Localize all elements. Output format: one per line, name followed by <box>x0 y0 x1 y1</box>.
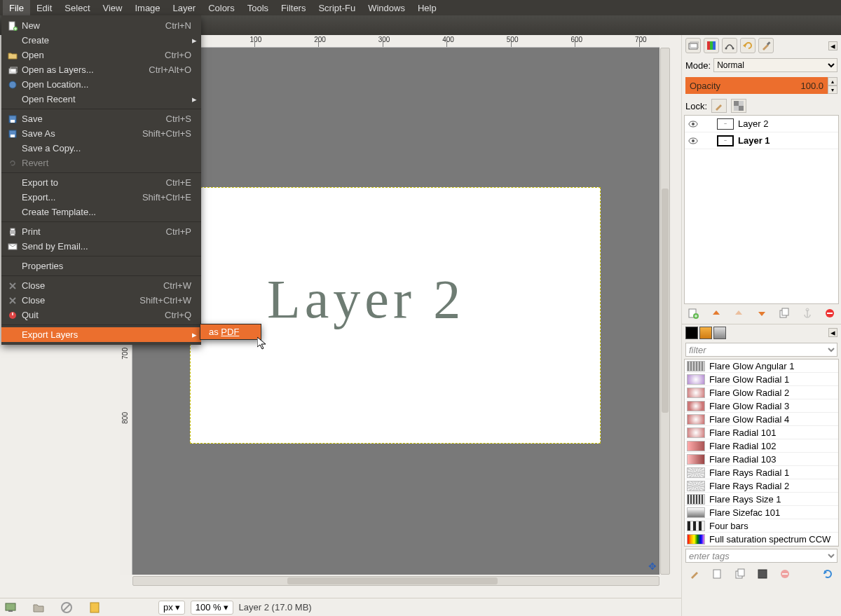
opacity-spinner[interactable]: ▴▾ <box>828 77 837 94</box>
menu-item-open[interactable]: OpenCtrl+O <box>1 48 201 62</box>
menu-item-close[interactable]: CloseCtrl+W <box>1 278 201 293</box>
gradient-item[interactable]: Flare Glow Angular 1 <box>685 360 838 373</box>
gradient-thumbnail <box>687 481 705 491</box>
menu-item-create-template-[interactable]: Create Template... <box>1 205 201 219</box>
copy-gradient-button[interactable] <box>756 568 769 580</box>
menu-colors[interactable]: Colors <box>202 0 241 15</box>
ruler-label: 800 <box>121 412 129 424</box>
menu-image[interactable]: Image <box>128 0 166 15</box>
menu-filters[interactable]: Filters <box>275 0 312 15</box>
menu-item-export-to[interactable]: Export toCtrl+E <box>1 175 201 190</box>
zoom-dropdown[interactable]: 100 % ▾ <box>191 601 233 615</box>
layer-item[interactable]: ~Layer 2 <box>685 116 838 132</box>
new-layer-button[interactable] <box>686 307 700 320</box>
gradient-name: Four bars <box>709 521 748 531</box>
horizontal-scrollbar[interactable] <box>132 576 659 586</box>
delete-layer-button[interactable] <box>823 307 837 320</box>
lock-alpha-button[interactable] <box>731 99 746 113</box>
undo-tab[interactable] <box>740 38 755 53</box>
lower2-layer-button[interactable] <box>755 307 769 320</box>
menu-item-create[interactable]: Create▸ <box>1 33 201 48</box>
as-pdf-item[interactable]: as PDF <box>200 324 261 339</box>
menu-item-revert[interactable]: Revert <box>1 156 201 170</box>
lower-layer-button[interactable] <box>732 307 746 320</box>
menu-item-open-as-layers-[interactable]: Open as Layers...Ctrl+Alt+O <box>1 62 201 77</box>
visibility-icon[interactable] <box>688 118 699 130</box>
gradient-tab[interactable] <box>699 327 712 339</box>
menu-script-fu[interactable]: Script-Fu <box>312 0 362 15</box>
gradient-item[interactable]: Flare Glow Radial 4 <box>685 413 838 426</box>
menu-item-save-a-copy-[interactable]: Save a Copy... <box>1 141 201 156</box>
refresh-gradient-button[interactable] <box>821 568 834 580</box>
menu-item-export-layers[interactable]: Export Layers▸ <box>1 327 201 342</box>
menu-view[interactable]: View <box>97 0 129 15</box>
gradient-item[interactable]: Flare Rays Size 1 <box>685 493 838 506</box>
blend-mode-select[interactable]: Normal <box>713 58 837 72</box>
paths-tab[interactable] <box>722 38 737 53</box>
menu-windows[interactable]: Windows <box>362 0 411 15</box>
new-gradient-button[interactable] <box>711 568 724 580</box>
menu-tools[interactable]: Tools <box>241 0 275 15</box>
vertical-scrollbar[interactable] <box>660 48 670 575</box>
menu-item-save[interactable]: SaveCtrl+S <box>1 111 201 126</box>
menu-item-print[interactable]: PrintCtrl+P <box>1 224 201 239</box>
duplicate-layer-button[interactable] <box>777 307 791 320</box>
menu-item-send-by-email-[interactable]: Send by Email... <box>1 239 201 254</box>
gradient-item[interactable]: Four bars <box>685 519 838 533</box>
menu-item-close[interactable]: CloseShift+Ctrl+W <box>1 293 201 308</box>
filter-select[interactable]: filter <box>685 343 837 357</box>
gradient-item[interactable]: Flare Radial 101 <box>685 426 838 439</box>
menu-file[interactable]: File <box>3 0 30 15</box>
mode-label: Mode: <box>685 60 711 71</box>
collapse-icon[interactable]: ◂ <box>828 328 837 337</box>
raise-layer-button[interactable] <box>709 307 723 320</box>
anchor-layer-button[interactable] <box>800 307 814 320</box>
delete-gradient-button[interactable] <box>779 568 791 580</box>
units-dropdown[interactable]: px ▾ <box>158 601 185 615</box>
folder-icon[interactable] <box>32 601 45 614</box>
gradient-item[interactable]: Full saturation spectrum CCW <box>685 533 838 546</box>
menu-item-open-recent[interactable]: Open Recent▸ <box>1 92 201 107</box>
gradient-item[interactable]: Flare Glow Radial 3 <box>685 399 838 413</box>
duplicate-gradient-button[interactable] <box>734 568 746 580</box>
visibility-icon[interactable] <box>688 135 699 146</box>
gradient-item[interactable]: Flare Glow Radial 2 <box>685 386 838 399</box>
tags-select[interactable]: enter tags <box>685 549 837 563</box>
layers-tab[interactable] <box>685 38 701 53</box>
artboard[interactable]: Layer 2 <box>190 187 601 444</box>
navigation-icon[interactable]: ✥ <box>648 561 657 572</box>
menu-help[interactable]: Help <box>411 0 443 15</box>
channels-tab[interactable] <box>704 38 719 53</box>
fg-color-tab[interactable] <box>685 327 698 339</box>
menu-edit[interactable]: Edit <box>30 0 58 15</box>
layer-item[interactable]: ~Layer 1 <box>685 132 838 149</box>
menu-item-label: Save a Copy... <box>22 143 81 153</box>
menu-layer[interactable]: Layer <box>167 0 203 15</box>
canvas-viewport[interactable]: Layer 2 ✥ <box>132 48 659 575</box>
pattern-tab[interactable] <box>713 327 726 339</box>
edit-gradient-button[interactable] <box>689 568 702 580</box>
desktop-icon[interactable] <box>4 601 17 614</box>
svg-rect-51 <box>782 573 788 575</box>
menu-item-open-location-[interactable]: Open Location... <box>1 77 201 92</box>
block-icon[interactable] <box>60 601 73 614</box>
menu-item-export-[interactable]: Export...Shift+Ctrl+E <box>1 190 201 205</box>
gradient-item[interactable]: Flare Rays Radial 2 <box>685 479 838 493</box>
gradient-list[interactable]: Flare Glow Angular 1Flare Glow Radial 1F… <box>684 359 839 547</box>
collapse-icon[interactable]: ◂ <box>828 41 837 50</box>
lock-pixels-button[interactable] <box>711 99 727 113</box>
menu-item-quit[interactable]: QuitCtrl+Q <box>1 308 201 322</box>
gradient-item[interactable]: Flare Glow Radial 1 <box>685 373 838 386</box>
opacity-slider[interactable]: Opacity 100.0 <box>685 77 828 94</box>
menu-item-save-as[interactable]: Save AsShift+Ctrl+S <box>1 126 201 141</box>
gradient-item[interactable]: Flare Rays Radial 1 <box>685 466 838 479</box>
svg-point-33 <box>692 123 695 125</box>
menu-item-properties[interactable]: Properties <box>1 259 201 273</box>
gradient-item[interactable]: Flare Sizefac 101 <box>685 506 838 519</box>
menu-select[interactable]: Select <box>58 0 96 15</box>
note-icon[interactable] <box>88 601 101 614</box>
menu-item-new[interactable]: NewCtrl+N <box>1 18 201 33</box>
brush-tab[interactable] <box>758 38 774 53</box>
gradient-item[interactable]: Flare Radial 103 <box>685 453 838 466</box>
gradient-item[interactable]: Flare Radial 102 <box>685 439 838 453</box>
